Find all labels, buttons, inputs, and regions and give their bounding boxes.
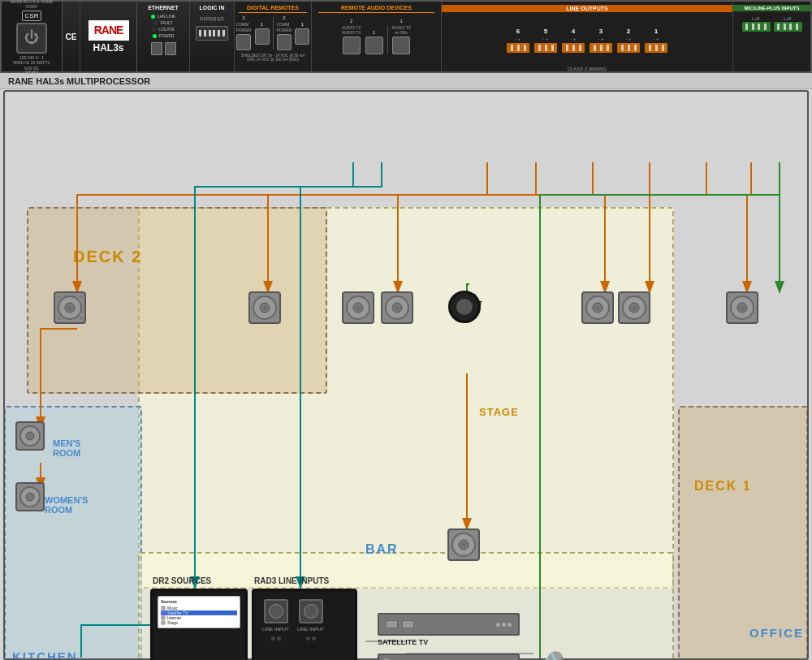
- digital-remotes-label: DIGITAL REMOTES: [239, 5, 308, 13]
- csr-mark: CSR: [22, 11, 42, 21]
- voltage-label: 100-240 V~ 150/60 Hz 20 WATTS: [13, 55, 50, 65]
- power-outlet: ⏻: [16, 23, 47, 54]
- locate-led: [152, 28, 156, 32]
- dr2-panel: DR2 SOURCES Sources Music Satellite TV I…: [150, 589, 248, 660]
- fault-led-row: FAULT: [153, 20, 172, 25]
- svg-point-32: [741, 306, 744, 309]
- speaker-stage-1: [341, 291, 378, 334]
- speaker-mens-room: [15, 421, 47, 456]
- svg-point-6: [58, 317, 61, 320]
- svg-point-24: [596, 306, 599, 309]
- speaker-stage-4: [617, 291, 654, 334]
- fault-led: [153, 21, 158, 25]
- line-outputs-section: LINE OUTPUTS 6 - + 5 - + 4 - +: [442, 2, 733, 71]
- stage-label: STAGE: [479, 406, 519, 418]
- rane-logo-box: RANE: [89, 20, 129, 41]
- logic-in-section: LOGIC IN G|4|3|2|1|G: [190, 2, 235, 71]
- speaker-deck2-1: [53, 291, 89, 334]
- satellite-tv-label: SATELLITE TV: [378, 638, 428, 646]
- rj45-port-2[interactable]: [165, 42, 176, 55]
- dr-port-2[interactable]: [236, 34, 251, 50]
- rane-logo-section: RANE HAL3s: [80, 2, 137, 71]
- svg-point-42: [462, 543, 465, 546]
- svg-point-20: [395, 306, 399, 309]
- svg-point-16: [356, 306, 360, 309]
- hardware-panel: MADE IN U.S.A. RANE CORP. CSR ⏻ 100-240 …: [0, 0, 812, 73]
- rj45-port-1[interactable]: [151, 42, 162, 55]
- kitchen-label: KITCHEN: [12, 649, 78, 660]
- panel-name-bar: RANE HAL3s MULTIPROCESSOR: [0, 73, 812, 89]
- ce-mark: CE: [63, 2, 80, 71]
- dr-ports-row: 2 COMM POWER 1 2 COMM POWER: [236, 15, 310, 50]
- power-led-row: POWER: [153, 33, 175, 38]
- rj45-ports: [151, 42, 176, 55]
- rad3-panel: RAD3 LINE INPUTS LINE INPUT LINE INPUT: [252, 589, 357, 660]
- line-output-connectors: 6 - + 5 - + 4 - + 3: [500, 14, 674, 67]
- deck2-label: DECK 2: [73, 248, 142, 266]
- logic-port-label: G|4|3|2|1|G: [200, 16, 224, 21]
- mic-inputs-label: MIC/LINE-PLUS INPUTS: [733, 5, 810, 11]
- svg-point-4: [68, 306, 71, 309]
- rad-dr-port[interactable]: [392, 37, 410, 54]
- cable-note: SHIELDED CAT 5e - 24 VDC @ 50 mA (DR): 2…: [236, 54, 309, 62]
- rad-audio-port-2[interactable]: [343, 37, 361, 54]
- lan-link-led-row: LAN LINK: [151, 14, 175, 19]
- ethernet-section: ETHERNET LAN LINK FAULT LOCATE POWER: [137, 2, 190, 71]
- mic-connectors: L+R L+R: [742, 16, 802, 32]
- dr2-label: DR2 SOURCES: [153, 576, 211, 585]
- svg-point-28: [633, 306, 636, 309]
- womens-room-label: WOMEN'SROOM: [45, 495, 88, 515]
- remote-audio-label: REMOTE AUDIO DEVICES: [318, 5, 434, 13]
- svg-point-38: [26, 493, 34, 501]
- mens-room-label: MEN'SROOM: [53, 438, 80, 458]
- rad-ports-row: 2 AUDIO TXAUDIO TX 1 1 AUDIO TXor DRs: [342, 19, 411, 54]
- power-led: [153, 34, 157, 38]
- speaker-stage-2: [380, 291, 417, 334]
- rane-logo-text: RANE: [94, 24, 123, 37]
- svg-point-5: [58, 295, 61, 299]
- deck1-label: DECK 1: [694, 479, 752, 494]
- rad-audio-port-1[interactable]: [365, 37, 383, 54]
- speaker-deck1: [725, 291, 762, 334]
- rad-port-2[interactable]: [277, 34, 292, 50]
- speaker-womens-room: [15, 481, 47, 517]
- bar-label: BAR: [365, 542, 399, 557]
- deck1-zone: [678, 406, 808, 660]
- rad-port-1[interactable]: [295, 28, 309, 45]
- power-section: MADE IN U.S.A. RANE CORP. CSR ⏻ 100-240 …: [2, 2, 63, 71]
- logic-in-label: LOGIC IN: [199, 5, 224, 11]
- remote-audio-section: REMOTE AUDIO DEVICES 2 AUDIO TXAUDIO TX …: [312, 2, 442, 71]
- digital-remotes-section: DIGITAL REMOTES 2 COMM POWER 1 2 COMM PO…: [235, 2, 312, 71]
- dr-port-1[interactable]: [255, 28, 270, 45]
- xlr-input-symbol: STAGEXLR INPUT: [448, 291, 482, 307]
- logic-connector: [196, 26, 228, 41]
- internet-music-device: [378, 654, 520, 660]
- panel-name-text: RANE HAL3s MULTIPROCESSOR: [8, 76, 150, 86]
- svg-point-7: [80, 295, 83, 299]
- hal3s-model: HAL3s: [93, 42, 123, 54]
- speaker-stage-3: [581, 291, 617, 334]
- speaker-deck2-2: [248, 291, 284, 334]
- diagram-area: DECK 2 STAGE BAR KITCHEN DECK 1 OFFICE M…: [0, 89, 812, 660]
- rad3-label: RAD3 LINE INPUTS: [254, 576, 329, 585]
- ethernet-label: ETHERNET: [148, 5, 179, 11]
- lan-link-led: [151, 15, 155, 19]
- manufacturer-label: MADE IN U.S.A. RANE CORP.: [5, 0, 58, 9]
- svg-point-8: [80, 317, 83, 320]
- svg-point-12: [263, 306, 266, 309]
- mic-inputs-section: MIC/LINE-PLUS INPUTS L+R L+R: [733, 2, 810, 71]
- office-label: OFFICE: [749, 626, 804, 640]
- class2-label: CLASS 2 WIRING: [568, 67, 607, 71]
- line-outputs-label: LINE OUTPUTS: [442, 5, 732, 12]
- locate-led-row: LOCATE: [152, 27, 175, 32]
- svg-point-35: [26, 432, 34, 440]
- speaker-bar: [447, 528, 483, 572]
- satellite-tv-device: [378, 613, 520, 636]
